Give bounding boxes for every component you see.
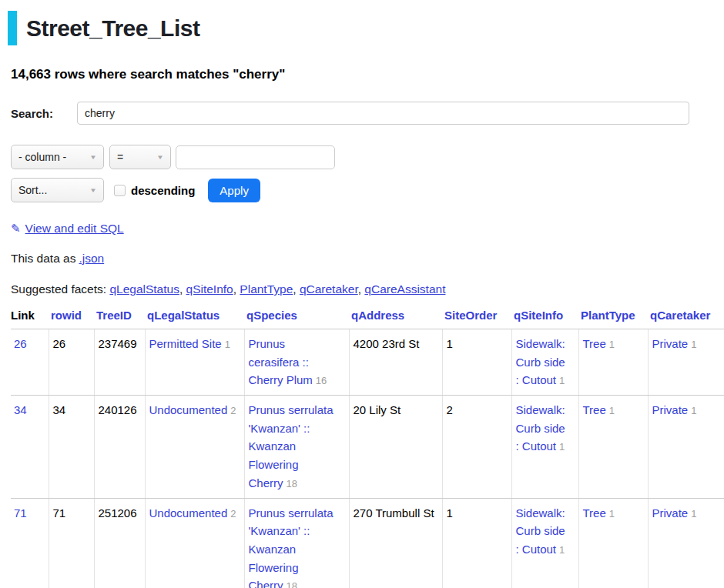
facet-link-qsiteinfo[interactable]: qSiteInfo — [186, 282, 233, 296]
column-select[interactable]: - column - — [11, 145, 104, 169]
table-row: 26 26 237469 Permitted Site1 Prunus cera… — [11, 329, 724, 396]
descending-text[interactable]: descending — [131, 184, 195, 197]
view-edit-sql-link[interactable]: View and edit SQL — [25, 222, 124, 235]
cell-link: 26 — [11, 329, 49, 396]
plant-type-link[interactable]: Tree — [583, 506, 606, 520]
cell-planttype: Tree1 — [578, 396, 648, 498]
data-as-line: This data as.json — [11, 252, 724, 266]
col-header-qsiteinfo-link[interactable]: qSiteInfo — [514, 309, 563, 322]
operator-select[interactable]: = — [109, 145, 171, 169]
cell-rowid: 34 — [49, 396, 94, 498]
caretaker-link[interactable]: Private — [652, 403, 689, 416]
col-header-qspecies[interactable]: qSpecies — [244, 307, 349, 329]
filter-row: - column - = — [11, 145, 724, 169]
cell-qspecies: Prunus serrulata 'Kwanzan' :: Kwanzan Fl… — [244, 498, 349, 588]
col-header-qsiteinfo[interactable]: qSiteInfo — [511, 307, 578, 329]
sort-select[interactable]: Sort... — [11, 178, 104, 202]
cell-siteorder: 1 — [442, 329, 511, 396]
pencil-icon: ✎ — [11, 222, 21, 235]
site-info-link[interactable]: Sidewalk: Curb side : Cutout — [516, 506, 565, 556]
facet-count: 1 — [609, 508, 615, 520]
descending-label[interactable]: descending — [114, 184, 195, 197]
col-header-treeid-link[interactable]: TreeID — [96, 309, 132, 322]
site-info-link[interactable]: Sidewalk: Curb side : Cutout — [516, 337, 565, 386]
col-header-qaddress-link[interactable]: qAddress — [351, 309, 404, 322]
cell-qsiteinfo: Sidewalk: Curb side : Cutout1 — [511, 329, 578, 396]
facet-count: 18 — [287, 478, 297, 489]
table-row: 34 34 240126 Undocumented2 Prunus serrul… — [11, 396, 724, 498]
legal-status-link[interactable]: Undocumented — [149, 403, 228, 416]
page-header: Street_Tree_List — [11, 11, 724, 45]
legal-status-link[interactable]: Permitted Site — [149, 337, 222, 350]
row-link[interactable]: 26 — [14, 337, 27, 350]
site-info-link[interactable]: Sidewalk: Curb side : Cutout — [516, 403, 565, 453]
facet-count: 1 — [609, 405, 615, 416]
col-header-treeid[interactable]: TreeID — [94, 307, 145, 329]
col-header-siteorder-link[interactable]: SiteOrder — [444, 309, 497, 322]
row-link[interactable]: 34 — [14, 403, 27, 416]
cell-qaddress: 4200 23rd St — [349, 329, 442, 396]
species-link[interactable]: Prunus cerasifera :: Cherry Plum — [249, 337, 313, 386]
search-row: Search: — [11, 102, 724, 125]
cell-qlegalstatus: Undocumented2 — [145, 498, 244, 588]
cell-qspecies: Prunus cerasifera :: Cherry Plum16 — [244, 329, 349, 396]
col-header-qlegalstatus-link[interactable]: qLegalStatus — [147, 309, 220, 322]
caretaker-link[interactable]: Private — [652, 337, 689, 350]
apply-button[interactable]: Apply — [208, 179, 260, 202]
page-title: Street_Tree_List — [8, 11, 724, 45]
facets-prefix: Suggested facets: — [11, 282, 106, 296]
cell-qspecies: Prunus serrulata 'Kwanzan' :: Kwanzan Fl… — [244, 396, 349, 498]
cell-qlegalstatus: Permitted Site1 — [145, 329, 244, 396]
json-link[interactable]: .json — [79, 252, 104, 265]
row-link[interactable]: 71 — [14, 506, 27, 520]
facet-link-qcaretaker[interactable]: qCaretaker — [300, 282, 358, 296]
cell-qsiteinfo: Sidewalk: Curb side : Cutout1 — [511, 396, 578, 498]
plant-type-link[interactable]: Tree — [583, 403, 606, 416]
cell-qaddress: 20 Lily St — [349, 396, 442, 498]
facet-separator: , — [179, 282, 186, 296]
sort-select-wrap: Sort... — [11, 178, 104, 202]
facet-count: 1 — [691, 508, 696, 520]
cell-treeid: 237469 — [94, 329, 145, 396]
cell-treeid: 251206 — [94, 498, 145, 588]
col-header-qaddress[interactable]: qAddress — [349, 307, 442, 329]
caretaker-link[interactable]: Private — [652, 506, 689, 520]
col-header-qlegalstatus[interactable]: qLegalStatus — [145, 307, 244, 329]
cell-qsiteinfo: Sidewalk: Curb side : Cutout1 — [511, 498, 578, 588]
cell-link: 71 — [11, 498, 49, 588]
facet-link-qlegalstatus[interactable]: qLegalStatus — [109, 282, 179, 296]
data-as-prefix: This data as — [11, 252, 75, 265]
species-link[interactable]: Prunus serrulata 'Kwanzan' :: Kwanzan Fl… — [249, 506, 334, 588]
facet-count: 2 — [230, 405, 236, 416]
col-header-planttype-link[interactable]: PlantType — [581, 309, 635, 322]
legal-status-link[interactable]: Undocumented — [149, 506, 228, 520]
facet-count: 1 — [225, 339, 230, 350]
facet-link-planttype[interactable]: PlantType — [240, 282, 293, 296]
col-header-rowid[interactable]: rowid — [49, 307, 94, 329]
cell-qlegalstatus: Undocumented2 — [145, 396, 244, 498]
col-header-qspecies-link[interactable]: qSpecies — [246, 309, 297, 322]
search-input[interactable] — [77, 102, 689, 125]
col-header-rowid-link[interactable]: rowid — [51, 309, 82, 322]
facet-count: 16 — [316, 375, 327, 386]
species-link[interactable]: Prunus serrulata 'Kwanzan' :: Kwanzan Fl… — [249, 403, 334, 489]
facet-separator: , — [293, 282, 300, 296]
col-header-siteorder[interactable]: SiteOrder — [442, 307, 511, 329]
cell-planttype: Tree1 — [578, 329, 648, 396]
cell-qcaretaker: Private1 — [648, 329, 724, 396]
facet-count: 1 — [559, 375, 565, 386]
cell-siteorder: 2 — [442, 396, 511, 498]
row-count-summary: 14,663 rows where search matches "cherry… — [11, 67, 724, 82]
col-header-qcaretaker[interactable]: qCaretaker — [648, 307, 724, 329]
cell-link: 34 — [11, 396, 49, 498]
filter-value-input[interactable] — [176, 145, 335, 169]
facet-count: 1 — [609, 339, 615, 350]
descending-checkbox[interactable] — [114, 185, 126, 196]
facet-link-qcareassistant[interactable]: qCareAssistant — [364, 282, 445, 296]
plant-type-link[interactable]: Tree — [583, 337, 606, 350]
col-header-planttype[interactable]: PlantType — [578, 307, 648, 329]
rows-table: Link rowid TreeID qLegalStatus qSpecies … — [11, 307, 724, 588]
column-select-wrap: - column - — [11, 145, 104, 169]
sort-row: Sort... descending Apply — [11, 178, 724, 202]
col-header-qcaretaker-link[interactable]: qCaretaker — [650, 309, 710, 322]
